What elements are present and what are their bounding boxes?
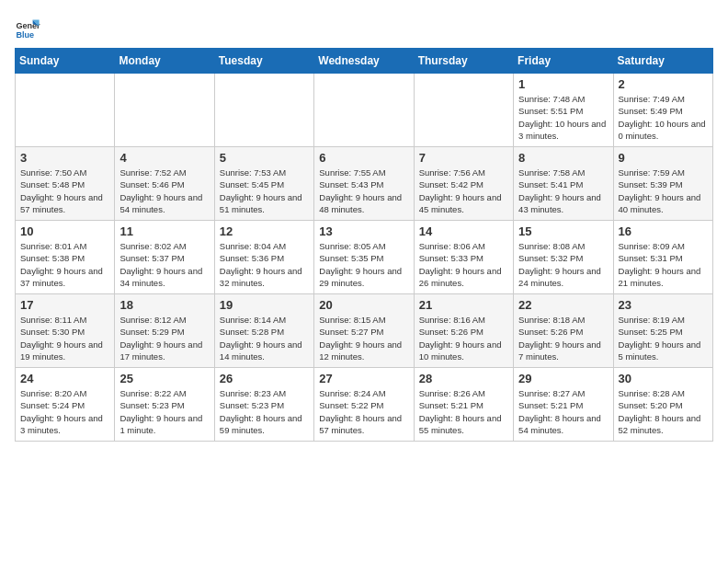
calendar-cell: 7Sunrise: 7:56 AM Sunset: 5:42 PM Daylig… [414,147,513,221]
calendar-cell: 14Sunrise: 8:06 AM Sunset: 5:33 PM Dayli… [414,221,513,294]
day-number: 29 [518,372,608,385]
day-number: 20 [319,298,408,312]
day-info: Sunrise: 7:48 AM Sunset: 5:51 PM Dayligh… [518,93,608,142]
day-info: Sunrise: 8:11 AM Sunset: 5:30 PM Dayligh… [20,314,109,362]
day-number: 17 [20,298,109,312]
calendar-week-4: 17Sunrise: 8:11 AM Sunset: 5:30 PM Dayli… [16,294,713,368]
calendar-header-row: SundayMondayTuesdayWednesdayThursdayFrid… [16,49,713,74]
day-number: 14 [419,224,508,238]
calendar-table: SundayMondayTuesdayWednesdayThursdayFrid… [15,48,713,442]
day-number: 27 [319,372,408,385]
calendar-cell: 29Sunrise: 8:27 AM Sunset: 5:21 PM Dayli… [514,368,613,442]
day-info: Sunrise: 7:50 AM Sunset: 5:48 PM Dayligh… [20,167,109,215]
day-number: 19 [220,298,309,312]
calendar-week-2: 3Sunrise: 7:50 AM Sunset: 5:48 PM Daylig… [16,147,713,221]
calendar-cell: 24Sunrise: 8:20 AM Sunset: 5:24 PM Dayli… [16,368,115,442]
day-number: 3 [20,151,109,165]
day-number: 11 [119,224,209,238]
day-number: 16 [619,224,708,238]
calendar-cell [115,74,214,147]
day-number: 22 [518,298,608,312]
day-info: Sunrise: 8:27 AM Sunset: 5:21 PM Dayligh… [518,387,608,436]
day-info: Sunrise: 8:22 AM Sunset: 5:23 PM Dayligh… [119,387,209,436]
day-info: Sunrise: 8:09 AM Sunset: 5:31 PM Dayligh… [619,240,708,289]
day-info: Sunrise: 8:06 AM Sunset: 5:33 PM Dayligh… [419,240,508,289]
calendar-cell [16,74,115,147]
calendar-week-3: 10Sunrise: 8:01 AM Sunset: 5:38 PM Dayli… [16,221,713,294]
day-info: Sunrise: 7:58 AM Sunset: 5:41 PM Dayligh… [518,167,608,215]
calendar-cell: 30Sunrise: 8:28 AM Sunset: 5:20 PM Dayli… [613,368,712,442]
svg-text:Blue: Blue [16,30,34,40]
day-number: 23 [619,298,708,312]
day-number: 2 [619,77,708,91]
calendar-cell: 23Sunrise: 8:19 AM Sunset: 5:25 PM Dayli… [613,294,712,368]
calendar-cell: 12Sunrise: 8:04 AM Sunset: 5:36 PM Dayli… [214,221,313,294]
day-info: Sunrise: 7:53 AM Sunset: 5:45 PM Dayligh… [220,167,309,215]
day-info: Sunrise: 8:18 AM Sunset: 5:26 PM Dayligh… [518,314,608,362]
calendar-cell: 4Sunrise: 7:52 AM Sunset: 5:46 PM Daylig… [115,147,214,221]
day-info: Sunrise: 7:55 AM Sunset: 5:43 PM Dayligh… [319,167,408,215]
day-info: Sunrise: 8:01 AM Sunset: 5:38 PM Dayligh… [20,240,109,289]
calendar-cell: 17Sunrise: 8:11 AM Sunset: 5:30 PM Dayli… [16,294,115,368]
calendar-cell: 10Sunrise: 8:01 AM Sunset: 5:38 PM Dayli… [16,221,115,294]
day-number: 7 [419,151,508,165]
day-info: Sunrise: 7:59 AM Sunset: 5:39 PM Dayligh… [619,167,708,215]
day-number: 4 [119,151,209,165]
logo-icon: General Blue [15,15,40,40]
calendar-cell: 16Sunrise: 8:09 AM Sunset: 5:31 PM Dayli… [613,221,712,294]
calendar-cell: 18Sunrise: 8:12 AM Sunset: 5:29 PM Dayli… [115,294,214,368]
day-info: Sunrise: 8:04 AM Sunset: 5:36 PM Dayligh… [220,240,309,289]
column-header-tuesday: Tuesday [214,49,313,74]
day-info: Sunrise: 8:02 AM Sunset: 5:37 PM Dayligh… [119,240,209,289]
calendar-week-5: 24Sunrise: 8:20 AM Sunset: 5:24 PM Dayli… [16,368,713,442]
day-info: Sunrise: 7:52 AM Sunset: 5:46 PM Dayligh… [119,167,209,215]
column-header-sunday: Sunday [16,49,115,74]
day-number: 12 [220,224,309,238]
column-header-thursday: Thursday [414,49,513,74]
calendar-cell: 22Sunrise: 8:18 AM Sunset: 5:26 PM Dayli… [514,294,613,368]
calendar-cell: 28Sunrise: 8:26 AM Sunset: 5:21 PM Dayli… [414,368,513,442]
day-number: 1 [518,77,608,91]
day-info: Sunrise: 8:14 AM Sunset: 5:28 PM Dayligh… [220,314,309,362]
calendar-cell: 8Sunrise: 7:58 AM Sunset: 5:41 PM Daylig… [514,147,613,221]
calendar-cell [314,74,414,147]
day-number: 21 [419,298,508,312]
day-number: 30 [619,372,708,385]
day-number: 10 [20,224,109,238]
calendar-cell: 13Sunrise: 8:05 AM Sunset: 5:35 PM Dayli… [314,221,414,294]
day-number: 5 [220,151,309,165]
day-info: Sunrise: 8:23 AM Sunset: 5:23 PM Dayligh… [220,387,309,436]
day-info: Sunrise: 7:49 AM Sunset: 5:49 PM Dayligh… [619,93,708,142]
column-header-monday: Monday [115,49,214,74]
day-number: 9 [619,151,708,165]
calendar-cell: 21Sunrise: 8:16 AM Sunset: 5:26 PM Dayli… [414,294,513,368]
day-number: 24 [20,372,109,385]
calendar-week-1: 1Sunrise: 7:48 AM Sunset: 5:51 PM Daylig… [16,74,713,147]
calendar-cell: 26Sunrise: 8:23 AM Sunset: 5:23 PM Dayli… [214,368,313,442]
logo: General Blue [15,15,44,40]
day-number: 18 [119,298,209,312]
calendar-cell: 5Sunrise: 7:53 AM Sunset: 5:45 PM Daylig… [214,147,313,221]
calendar-cell: 19Sunrise: 8:14 AM Sunset: 5:28 PM Dayli… [214,294,313,368]
column-header-friday: Friday [514,49,613,74]
day-info: Sunrise: 8:16 AM Sunset: 5:26 PM Dayligh… [419,314,508,362]
day-info: Sunrise: 8:20 AM Sunset: 5:24 PM Dayligh… [20,387,109,436]
calendar-cell: 25Sunrise: 8:22 AM Sunset: 5:23 PM Dayli… [115,368,214,442]
day-number: 25 [119,372,209,385]
calendar-cell: 11Sunrise: 8:02 AM Sunset: 5:37 PM Dayli… [115,221,214,294]
day-info: Sunrise: 8:12 AM Sunset: 5:29 PM Dayligh… [119,314,209,362]
calendar-cell: 6Sunrise: 7:55 AM Sunset: 5:43 PM Daylig… [314,147,414,221]
day-info: Sunrise: 8:08 AM Sunset: 5:32 PM Dayligh… [518,240,608,289]
day-number: 8 [518,151,608,165]
page-header: General Blue [15,15,713,40]
day-number: 15 [518,224,608,238]
day-number: 28 [419,372,508,385]
calendar-cell [414,74,513,147]
column-header-wednesday: Wednesday [314,49,414,74]
day-info: Sunrise: 8:26 AM Sunset: 5:21 PM Dayligh… [419,387,508,436]
day-number: 26 [220,372,309,385]
day-info: Sunrise: 8:15 AM Sunset: 5:27 PM Dayligh… [319,314,408,362]
calendar-cell: 9Sunrise: 7:59 AM Sunset: 5:39 PM Daylig… [613,147,712,221]
calendar-cell: 1Sunrise: 7:48 AM Sunset: 5:51 PM Daylig… [514,74,613,147]
day-number: 13 [319,224,408,238]
